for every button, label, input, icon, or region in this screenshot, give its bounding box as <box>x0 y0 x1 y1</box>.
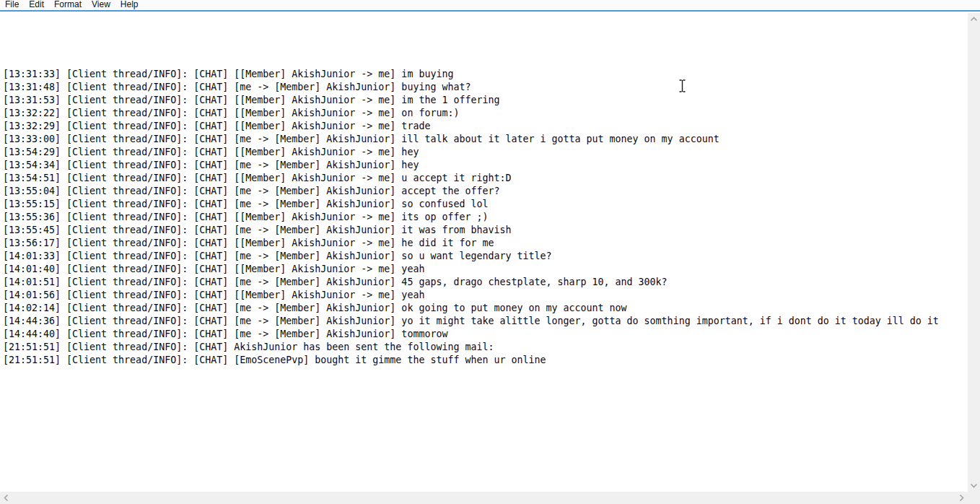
log-line: [13:31:33] [Client thread/INFO]: [CHAT] … <box>3 68 968 81</box>
log-line: [14:44:36] [Client thread/INFO]: [CHAT] … <box>3 315 968 328</box>
log-line: [13:56:17] [Client thread/INFO]: [CHAT] … <box>3 237 968 250</box>
menu-item-format[interactable]: Format <box>49 0 87 11</box>
log-line: [13:31:48] [Client thread/INFO]: [CHAT] … <box>3 81 968 94</box>
menu-item-help[interactable]: Help <box>115 0 144 11</box>
vertical-scrollbar[interactable] <box>968 13 980 492</box>
log-line: [13:31:53] [Client thread/INFO]: [CHAT] … <box>3 94 968 107</box>
log-line: [13:33:00] [Client thread/INFO]: [CHAT] … <box>3 133 968 146</box>
log-line: [14:01:56] [Client thread/INFO]: [CHAT] … <box>3 289 968 302</box>
log-line: [14:01:40] [Client thread/INFO]: [CHAT] … <box>3 263 968 276</box>
scrollbar-corner <box>968 492 980 504</box>
log-line: [13:54:34] [Client thread/INFO]: [CHAT] … <box>3 159 968 172</box>
text-editor-area[interactable]: [13:31:33] [Client thread/INFO]: [CHAT] … <box>0 13 968 492</box>
log-line: [13:54:51] [Client thread/INFO]: [CHAT] … <box>3 172 968 185</box>
log-line: [13:55:04] [Client thread/INFO]: [CHAT] … <box>3 185 968 198</box>
notepad-window: FileEditFormatViewHelp [13:31:33] [Clien… <box>0 0 980 504</box>
menu-item-view[interactable]: View <box>87 0 115 11</box>
menu-item-edit[interactable]: Edit <box>24 0 49 11</box>
chevron-right-icon <box>959 494 964 502</box>
scroll-down-button[interactable] <box>968 479 980 492</box>
horizontal-scrollbar[interactable] <box>0 492 968 504</box>
log-line: [14:44:40] [Client thread/INFO]: [CHAT] … <box>3 328 968 341</box>
log-line: [14:01:33] [Client thread/INFO]: [CHAT] … <box>3 250 968 263</box>
menu-bar: FileEditFormatViewHelp <box>0 0 980 12</box>
log-line: [13:54:29] [Client thread/INFO]: [CHAT] … <box>3 146 968 159</box>
log-line: [13:32:22] [Client thread/INFO]: [CHAT] … <box>3 107 968 120</box>
scroll-up-button[interactable] <box>968 13 980 25</box>
chevron-down-icon <box>970 483 978 488</box>
log-line: [21:51:51] [Client thread/INFO]: [CHAT] … <box>3 354 968 367</box>
chevron-up-icon <box>970 17 978 22</box>
log-text: [13:31:33] [Client thread/INFO]: [CHAT] … <box>3 29 968 367</box>
log-line: [13:55:45] [Client thread/INFO]: [CHAT] … <box>3 224 968 237</box>
scroll-right-button[interactable] <box>955 492 968 504</box>
log-line: [13:55:15] [Client thread/INFO]: [CHAT] … <box>3 198 968 211</box>
scroll-left-button[interactable] <box>0 492 12 504</box>
chevron-left-icon <box>4 494 9 502</box>
log-line: [13:55:36] [Client thread/INFO]: [CHAT] … <box>3 211 968 224</box>
log-line: [21:51:51] [Client thread/INFO]: [CHAT] … <box>3 341 968 354</box>
log-line: [14:02:14] [Client thread/INFO]: [CHAT] … <box>3 302 968 315</box>
log-line: [14:01:51] [Client thread/INFO]: [CHAT] … <box>3 276 968 289</box>
menu-item-file[interactable]: File <box>0 0 24 11</box>
log-line: [13:32:29] [Client thread/INFO]: [CHAT] … <box>3 120 968 133</box>
